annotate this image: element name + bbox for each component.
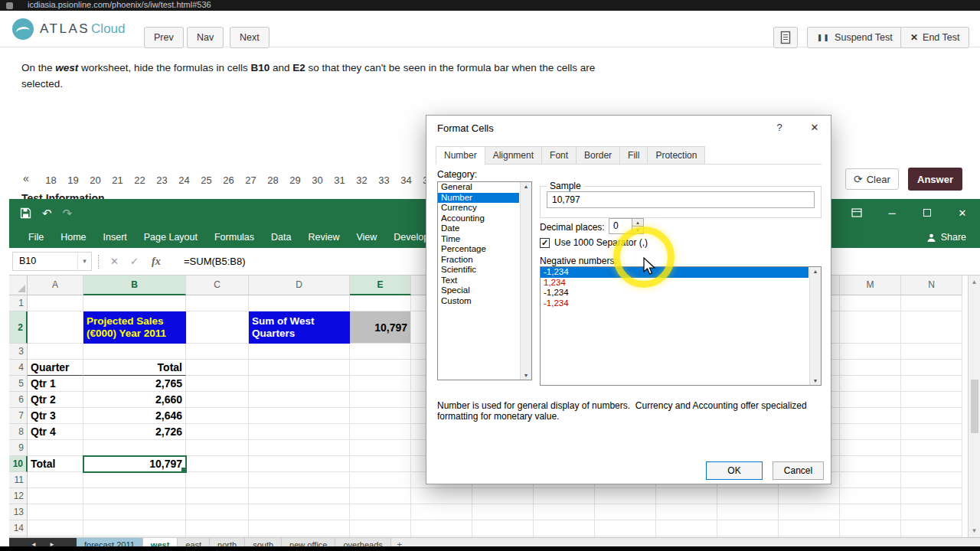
cell-A12[interactable] xyxy=(28,488,83,504)
cell-E6[interactable] xyxy=(350,392,411,408)
cell-D10[interactable] xyxy=(249,456,350,472)
cell-G13[interactable] xyxy=(472,504,534,520)
cell-D4[interactable] xyxy=(249,360,350,376)
cell-B3[interactable] xyxy=(83,344,186,360)
category-option-accounting[interactable]: Accounting xyxy=(438,214,519,224)
pager-page-31[interactable]: 31 xyxy=(328,174,351,186)
category-option-custom[interactable]: Custom xyxy=(438,296,519,307)
scroll-down-icon[interactable]: ▼ xyxy=(972,527,978,534)
negative-option-4[interactable]: -1,234 xyxy=(541,298,808,309)
row-header-10[interactable]: 10 xyxy=(9,456,28,472)
cell-A2[interactable] xyxy=(28,311,83,344)
cell-B6[interactable]: 2,660 xyxy=(83,392,186,408)
category-option-currency[interactable]: Currency xyxy=(438,203,519,214)
cell-B11[interactable] xyxy=(83,472,186,488)
pager-page-18[interactable]: 18 xyxy=(40,174,62,186)
row-header-7[interactable]: 7 xyxy=(9,408,28,424)
cell-D5[interactable] xyxy=(249,376,350,392)
cell-M3[interactable] xyxy=(840,344,901,360)
cell-N13[interactable] xyxy=(901,504,962,520)
clear-button[interactable]: ⟳ Clear xyxy=(845,168,899,190)
cell-D7[interactable] xyxy=(249,408,350,424)
cell-G14[interactable] xyxy=(472,520,534,536)
cell-E14[interactable] xyxy=(350,520,411,536)
scroll-down-icon[interactable]: ▼ xyxy=(813,378,818,383)
ribbon-tab-file[interactable]: File xyxy=(20,227,52,248)
pager-page-24[interactable]: 24 xyxy=(173,174,195,186)
ribbon-tab-insert[interactable]: Insert xyxy=(95,227,136,248)
pager-page-27[interactable]: 27 xyxy=(240,174,262,186)
ok-button[interactable]: OK xyxy=(706,461,763,480)
category-option-general[interactable]: General xyxy=(438,182,519,193)
column-header-E[interactable]: E xyxy=(350,276,411,295)
row-header-6[interactable]: 6 xyxy=(9,392,28,408)
cell-C4[interactable] xyxy=(186,360,249,376)
cell-F12[interactable] xyxy=(411,488,472,504)
ribbon-tab-review[interactable]: Review xyxy=(299,227,348,248)
pager-page-30[interactable]: 30 xyxy=(306,174,328,186)
dialog-tab-font[interactable]: Font xyxy=(541,146,577,165)
row-header-1[interactable]: 1 xyxy=(9,295,28,311)
cell-I14[interactable] xyxy=(595,520,656,536)
cell-B8[interactable]: 2,726 xyxy=(83,424,186,440)
cell-M1[interactable] xyxy=(840,295,901,311)
cell-E9[interactable] xyxy=(350,440,411,456)
column-header-D[interactable]: D xyxy=(249,276,350,295)
cell-J13[interactable] xyxy=(656,504,717,520)
cell-B4[interactable]: Total xyxy=(83,360,186,376)
cell-C5[interactable] xyxy=(186,376,249,392)
category-option-text[interactable]: Text xyxy=(438,276,519,286)
cell-B12[interactable] xyxy=(83,488,186,504)
cell-I13[interactable] xyxy=(595,504,656,520)
cell-N9[interactable] xyxy=(901,440,962,456)
stepper-up-icon[interactable]: ▲ xyxy=(632,219,643,227)
category-option-scientific[interactable]: Scientific xyxy=(438,265,519,276)
prev-button[interactable]: Prev xyxy=(144,27,184,48)
cell-D12[interactable] xyxy=(249,488,350,504)
cell-E4[interactable] xyxy=(350,360,411,376)
cell-D6[interactable] xyxy=(249,392,350,408)
cell-C13[interactable] xyxy=(186,504,249,520)
pager-page-23[interactable]: 23 xyxy=(151,174,173,186)
cell-N11[interactable] xyxy=(901,472,962,488)
cell-E7[interactable] xyxy=(350,408,411,424)
cell-N7[interactable] xyxy=(901,408,962,424)
cell-C1[interactable] xyxy=(186,295,249,311)
cell-G12[interactable] xyxy=(472,488,534,504)
pager-page-22[interactable]: 22 xyxy=(129,174,151,186)
vertical-scrollbar[interactable]: ▲ ▼ xyxy=(968,276,980,537)
cell-C11[interactable] xyxy=(186,472,249,488)
pager-page-29[interactable]: 29 xyxy=(284,174,306,186)
cell-N1[interactable] xyxy=(901,295,962,311)
use-separator-checkbox[interactable]: ✓ xyxy=(540,238,550,248)
cell-M7[interactable] xyxy=(840,408,901,424)
cell-M10[interactable] xyxy=(840,456,901,472)
address-bar-url[interactable]: icdiasia.psionline.com/phoenix/s/iw/test… xyxy=(28,0,211,10)
cell-J14[interactable] xyxy=(656,520,717,536)
cell-B5[interactable]: 2,765 xyxy=(83,376,186,392)
dialog-close-button[interactable]: ✕ xyxy=(804,119,825,137)
cell-N3[interactable] xyxy=(901,344,962,360)
cell-B1[interactable] xyxy=(83,295,186,311)
pager-page-28[interactable]: 28 xyxy=(262,174,284,186)
cell-D3[interactable] xyxy=(249,344,350,360)
dialog-tab-number[interactable]: Number xyxy=(436,146,485,165)
cell-C7[interactable] xyxy=(186,408,249,424)
ribbon-tab-data[interactable]: Data xyxy=(263,227,299,248)
cell-H14[interactable] xyxy=(534,520,595,536)
nav-button[interactable]: Nav xyxy=(187,27,224,48)
cell-A14[interactable] xyxy=(28,520,83,536)
row-header-2[interactable]: 2 xyxy=(9,311,28,344)
cell-A9[interactable] xyxy=(28,440,83,456)
cell-M11[interactable] xyxy=(840,472,901,488)
cell-M5[interactable] xyxy=(840,376,901,392)
column-header-M[interactable]: M xyxy=(840,276,901,295)
row-header-4[interactable]: 4 xyxy=(9,360,28,376)
cell-C2[interactable] xyxy=(186,311,249,344)
cell-E8[interactable] xyxy=(350,424,411,440)
cell-I12[interactable] xyxy=(595,488,656,504)
cell-E13[interactable] xyxy=(350,504,411,520)
cell-A6[interactable]: Qtr 2 xyxy=(28,392,83,408)
cell-L12[interactable] xyxy=(779,488,840,504)
cancel-button[interactable]: Cancel xyxy=(773,461,824,480)
